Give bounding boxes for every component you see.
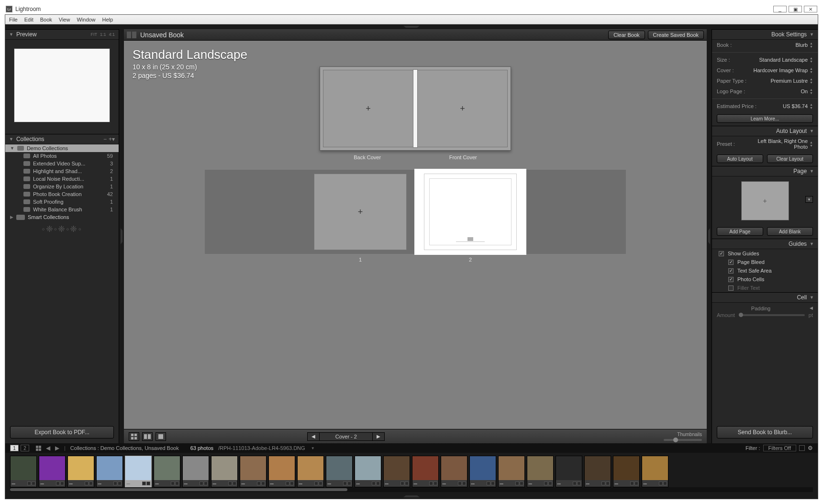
filmstrip-thumbnail[interactable]: ••••• xyxy=(326,456,353,487)
book-service-dropdown[interactable]: Blurb▲▼ xyxy=(750,42,813,48)
learn-more-button[interactable]: Learn More... xyxy=(717,114,813,123)
filmstrip-thumbnail[interactable]: ••••• xyxy=(297,456,324,487)
filmstrip-thumbnail[interactable]: ••••• xyxy=(383,456,410,487)
filmstrip-thumbnail[interactable]: ••••• xyxy=(469,456,496,487)
menu-window[interactable]: Window xyxy=(77,17,95,22)
filler-text-checkbox[interactable]: Filler Text xyxy=(712,284,818,292)
filmstrip-thumbnail[interactable]: ••••• xyxy=(211,456,238,487)
photo-cells-checkbox[interactable]: Photo Cells xyxy=(712,275,818,284)
expand-icon[interactable]: ◀ xyxy=(810,306,813,310)
filmstrip-thumbnail[interactable]: ••••• xyxy=(67,456,94,487)
window-close-button[interactable]: ✕ xyxy=(804,6,817,12)
collection-row[interactable]: White Balance Brush1 xyxy=(5,206,119,213)
cover-spread[interactable]: + + xyxy=(320,66,511,151)
prev-page-button[interactable]: ◀ xyxy=(307,432,320,441)
layout-preset-dropdown[interactable]: Left Blank, Right One Photo▲▼ xyxy=(750,138,813,150)
zoom-fit[interactable]: FIT xyxy=(90,32,97,37)
collections-panel-header[interactable]: ▼ Collections − +▾ xyxy=(5,134,119,144)
filmstrip-thumbnail[interactable]: ••••• xyxy=(240,456,267,487)
filmstrip-thumbnail[interactable]: ••••• xyxy=(10,456,37,487)
collection-row[interactable]: Local Noise Reducti...1 xyxy=(5,175,119,183)
next-page-button[interactable]: ▶ xyxy=(372,432,385,441)
size-dropdown[interactable]: Standard Landscape▲▼ xyxy=(750,56,813,63)
filmstrip-thumbnail[interactable]: ••••• xyxy=(125,456,152,487)
cell-header[interactable]: Cell▼ xyxy=(712,292,818,303)
source-secondary-button[interactable]: 2 xyxy=(21,445,29,451)
export-pdf-button[interactable]: Export Book to PDF... xyxy=(10,426,114,438)
collections-remove-icon[interactable]: − xyxy=(103,136,107,142)
left-panel-splitter[interactable] xyxy=(119,29,124,443)
filmstrip[interactable]: ••••••••••••••••••••••••••••••••••••••••… xyxy=(5,453,818,487)
auto-layout-button[interactable]: Auto Layout xyxy=(717,154,763,163)
page-1[interactable]: + 1 xyxy=(305,170,415,254)
source-primary-button[interactable]: 1 xyxy=(10,445,19,451)
window-minimize-button[interactable]: ⎯ xyxy=(773,6,787,12)
paper-dropdown[interactable]: Premium Lustre▲▼ xyxy=(750,77,813,84)
smart-collections-row[interactable]: ▶ Smart Collections xyxy=(5,213,119,221)
spread-view-button[interactable] xyxy=(142,432,153,441)
add-page-button[interactable]: Add Page xyxy=(717,227,763,236)
filmstrip-thumbnail[interactable]: ••••• xyxy=(527,456,554,487)
page-header[interactable]: Page▼ xyxy=(712,166,818,176)
collection-row[interactable]: Extended Video Sup...3 xyxy=(5,160,119,167)
thumbnail-size-slider[interactable]: Thumbnails xyxy=(664,432,702,441)
filmstrip-thumbnail[interactable]: ••••• xyxy=(584,456,611,487)
filmstrip-thumbnail[interactable]: ••••• xyxy=(154,456,180,487)
filmstrip-thumbnail[interactable]: ••••• xyxy=(441,456,467,487)
front-cover-page[interactable]: + xyxy=(417,70,508,147)
collection-row[interactable]: Soft Proofing1 xyxy=(5,198,119,206)
collection-row[interactable]: Organize By Location1 xyxy=(5,183,119,190)
filmstrip-thumbnail[interactable]: ••••• xyxy=(355,456,381,487)
top-panel-separator[interactable] xyxy=(5,24,818,29)
filmstrip-thumbnail[interactable]: ••••• xyxy=(498,456,525,487)
clear-layout-button[interactable]: Clear Layout xyxy=(767,154,813,163)
filter-lock-icon[interactable] xyxy=(799,445,805,451)
filter-dropdown[interactable]: Filters Off xyxy=(763,445,796,451)
nav-next-button[interactable]: ▶ xyxy=(55,445,59,451)
page-layout-dropdown[interactable]: ▼ xyxy=(805,196,813,203)
window-maximize-button[interactable]: ▣ xyxy=(789,6,802,12)
send-to-blurb-button[interactable]: Send Book to Blurb... xyxy=(717,426,813,438)
padding-slider[interactable] xyxy=(739,314,805,316)
grid-view-button[interactable] xyxy=(129,432,139,441)
filmstrip-thumbnail[interactable]: ••••• xyxy=(412,456,439,487)
logo-page-dropdown[interactable]: On▲▼ xyxy=(750,88,813,95)
clear-book-button[interactable]: Clear Book xyxy=(608,31,645,39)
add-blank-button[interactable]: Add Blank xyxy=(767,227,813,236)
menu-help[interactable]: Help xyxy=(102,17,113,22)
menu-view[interactable]: View xyxy=(59,17,70,22)
filmstrip-thumbnail[interactable]: ••••• xyxy=(96,456,123,487)
back-cover-page[interactable]: + xyxy=(323,70,413,147)
filmstrip-thumbnail[interactable]: ••••• xyxy=(39,456,66,487)
text-safe-checkbox[interactable]: Text Safe Area xyxy=(712,266,818,275)
filmstrip-thumbnail[interactable]: ••••• xyxy=(268,456,295,487)
zoom-1to1[interactable]: 1:1 xyxy=(100,32,106,37)
single-view-button[interactable] xyxy=(156,432,166,441)
right-panel-splitter[interactable] xyxy=(707,29,712,443)
auto-layout-header[interactable]: Auto Layout▼ xyxy=(712,126,818,136)
nav-prev-button[interactable]: ◀ xyxy=(46,445,50,451)
menu-edit[interactable]: Edit xyxy=(24,17,33,22)
collections-add-icon[interactable]: +▾ xyxy=(109,136,115,142)
preview-panel-header[interactable]: ▼ Preview FIT 1:1 4:1 xyxy=(5,29,119,40)
create-saved-book-button[interactable]: Create Saved Book xyxy=(648,31,704,39)
book-settings-header[interactable]: Book Settings▼ xyxy=(712,29,818,40)
collection-row[interactable]: Highlight and Shad...2 xyxy=(5,167,119,175)
filmstrip-thumbnail[interactable]: ••••• xyxy=(642,456,668,487)
settings-gear-icon[interactable]: ⚙ xyxy=(808,445,813,451)
page-layout-preview[interactable]: + xyxy=(741,181,789,220)
collection-row-demo[interactable]: ▼ Demo Collections xyxy=(5,144,119,152)
preview-image[interactable] xyxy=(14,48,110,122)
filmstrip-scrollbar[interactable] xyxy=(10,487,813,492)
grid-toggle-icon[interactable] xyxy=(36,446,41,451)
filmstrip-thumbnail[interactable]: ••••• xyxy=(182,456,209,487)
page-bleed-checkbox[interactable]: Page Bleed xyxy=(712,258,818,266)
collection-row[interactable]: Photo Book Creation42 xyxy=(5,190,119,198)
filmstrip-thumbnail[interactable]: ••••• xyxy=(556,456,582,487)
menu-file[interactable]: File xyxy=(9,17,18,22)
show-guides-checkbox[interactable]: Show Guides xyxy=(712,249,818,258)
bottom-panel-separator[interactable] xyxy=(5,494,818,499)
page-2[interactable]: 2 xyxy=(415,170,525,254)
zoom-4to1[interactable]: 4:1 xyxy=(109,32,115,37)
cover-dropdown[interactable]: Hardcover Image Wrap▲▼ xyxy=(750,67,813,74)
